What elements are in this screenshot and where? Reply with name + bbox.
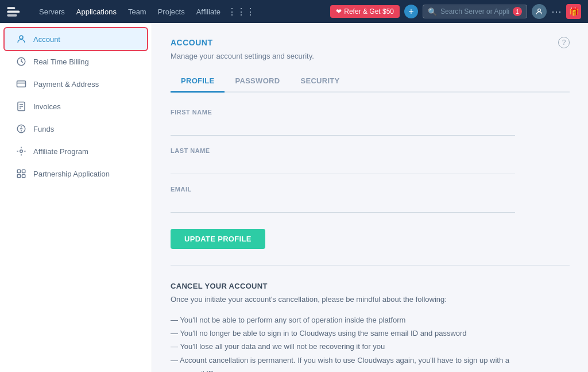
page-subtitle: Manage your account settings and securit… <box>171 52 570 60</box>
profile-form: FIRST NAME LAST NAME EMAIL UPDATE PROFIL… <box>171 109 515 249</box>
refer-button[interactable]: ❤ Refer & Get $50 <box>330 5 400 18</box>
billing-icon <box>16 56 26 67</box>
email-label: EMAIL <box>171 186 515 193</box>
heart-icon: ❤ <box>336 7 342 16</box>
page-header: ACCOUNT ? <box>171 37 570 48</box>
svg-rect-2 <box>7 14 17 17</box>
cancel-point-1: You'll not be able to perform any sort o… <box>171 313 515 327</box>
sidebar-item-funds[interactable]: Funds <box>5 118 147 140</box>
add-button[interactable]: + <box>404 5 418 18</box>
tab-password[interactable]: PASSWORD <box>225 72 290 93</box>
svg-rect-16 <box>17 175 20 178</box>
sidebar-affiliate-label: Affiliate Program <box>33 147 88 156</box>
invoices-icon <box>16 101 26 112</box>
nav-affiliate[interactable]: Affiliate <box>192 5 225 18</box>
cancel-description: Once you initiate your account's cancell… <box>171 294 515 305</box>
user-icon <box>16 34 26 44</box>
sidebar-invoices-label: Invoices <box>33 102 61 111</box>
funds-icon <box>16 124 26 134</box>
more-options-icon[interactable]: ⋯ <box>551 5 562 18</box>
main-layout: Account Real Time Billing Payment & Addr… <box>0 0 588 372</box>
svg-rect-14 <box>17 170 20 172</box>
section-divider <box>171 265 570 266</box>
sidebar-item-affiliate[interactable]: Affiliate Program <box>5 140 147 162</box>
sidebar-item-billing[interactable]: Real Time Billing <box>5 51 147 72</box>
refer-label: Refer & Get $50 <box>344 7 394 16</box>
update-profile-button[interactable]: UPDATE PROFILE <box>171 229 265 249</box>
nav-servers[interactable]: Servers <box>34 5 69 18</box>
first-name-group: FIRST NAME <box>171 109 515 136</box>
cancel-account-section: CANCEL YOUR ACCOUNT Once you initiate yo… <box>171 282 515 372</box>
svg-rect-6 <box>17 81 26 87</box>
grid-icon[interactable]: ⋮⋮⋮ <box>227 6 255 17</box>
sidebar-account-label: Account <box>33 35 60 44</box>
tab-profile[interactable]: PROFILE <box>171 72 225 93</box>
svg-rect-17 <box>22 175 25 178</box>
profile-tabs: PROFILE PASSWORD SECURITY <box>171 72 570 93</box>
nav-links: Servers Applications Team Projects Affil… <box>34 5 326 18</box>
search-icon: 🔍 <box>428 7 437 16</box>
sidebar-partnership-label: Partnership Application <box>33 170 110 178</box>
cancel-conditions-list: You'll not be able to perform any sort o… <box>171 313 515 373</box>
main-content: ACCOUNT ? Manage your account settings a… <box>152 23 588 372</box>
sidebar-item-payment[interactable]: Payment & Address <box>5 73 147 95</box>
gift-icon[interactable]: 🎁 <box>566 4 581 19</box>
page-title: ACCOUNT <box>171 38 213 47</box>
cancel-title: CANCEL YOUR ACCOUNT <box>171 282 515 290</box>
svg-rect-1 <box>7 10 20 13</box>
cancel-point-3: You'll lose all your data and we will no… <box>171 340 515 353</box>
svg-point-3 <box>538 9 541 11</box>
sidebar-item-partnership[interactable]: Partnership Application <box>5 163 147 185</box>
cancel-point-2: You'll no longer be able to sign in to C… <box>171 327 515 340</box>
partnership-icon <box>16 168 26 179</box>
notification-badge: 1 <box>513 7 522 16</box>
sidebar-funds-label: Funds <box>33 125 54 133</box>
affiliate-icon <box>16 146 26 156</box>
help-icon[interactable]: ? <box>558 37 570 48</box>
sidebar: Account Real Time Billing Payment & Addr… <box>0 23 152 372</box>
last-name-input[interactable] <box>171 158 515 174</box>
payment-icon <box>16 79 26 89</box>
email-input[interactable] <box>171 196 515 213</box>
logo[interactable] <box>7 5 25 18</box>
avatar[interactable] <box>532 4 547 19</box>
svg-rect-15 <box>22 170 25 172</box>
svg-point-13 <box>20 150 23 153</box>
sidebar-item-account[interactable]: Account <box>5 28 147 50</box>
svg-point-4 <box>20 36 23 39</box>
top-navigation: Servers Applications Team Projects Affil… <box>0 0 588 23</box>
last-name-group: LAST NAME <box>171 147 515 174</box>
search-input[interactable] <box>440 7 509 16</box>
first-name-input[interactable] <box>171 119 515 136</box>
cancel-point-4: Account cancellation is permanent. If yo… <box>171 354 515 372</box>
nav-projects[interactable]: Projects <box>153 5 189 18</box>
sidebar-item-invoices[interactable]: Invoices <box>5 95 147 117</box>
email-group: EMAIL <box>171 186 515 213</box>
sidebar-billing-label: Real Time Billing <box>33 57 89 66</box>
last-name-label: LAST NAME <box>171 147 515 154</box>
search-bar: 🔍 1 <box>423 5 527 18</box>
sidebar-payment-label: Payment & Address <box>33 80 99 89</box>
svg-rect-0 <box>7 7 15 9</box>
nav-right-actions: ❤ Refer & Get $50 + 🔍 1 ⋯ 🎁 <box>330 4 581 19</box>
tab-security[interactable]: SECURITY <box>290 72 350 93</box>
nav-team[interactable]: Team <box>123 5 151 18</box>
first-name-label: FIRST NAME <box>171 109 515 116</box>
nav-applications[interactable]: Applications <box>72 5 121 18</box>
